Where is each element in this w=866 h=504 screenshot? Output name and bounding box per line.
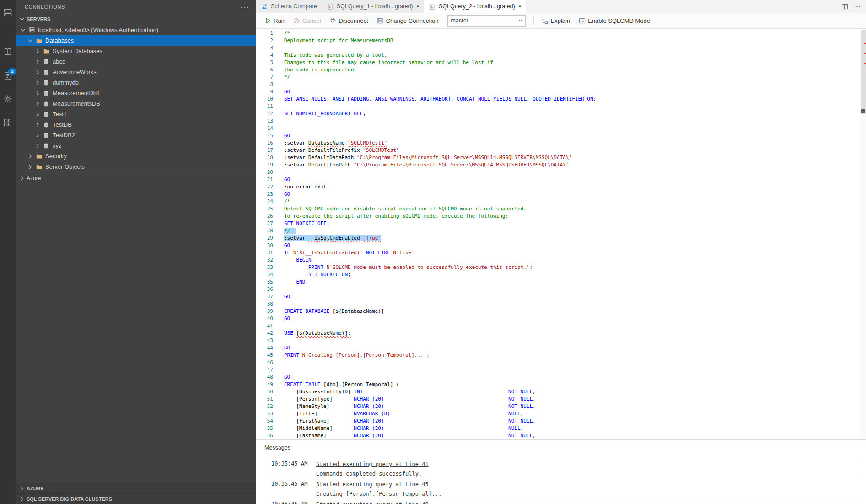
explain-button[interactable]: Explain [537,15,575,27]
editor-line[interactable]: 8 [256,81,860,88]
split-editor-icon[interactable] [841,3,848,10]
editor-line[interactable]: 11 [256,103,860,110]
editor-line[interactable]: 37GO [256,293,860,300]
editor-line[interactable]: 18:setvar DefaultDataPath "C:\Program Fi… [256,154,860,161]
sql-editor[interactable]: 1/*2Deployment script for MeasurementsDB… [256,29,866,439]
editor-line[interactable]: 43 [256,337,860,344]
editor-line[interactable]: 35 END [256,279,860,286]
tree-item-databases[interactable]: Databases [16,35,256,46]
big-data-clusters-panel-header[interactable]: SQL SERVER BIG DATA CLUSTERS [16,493,256,504]
editor-line[interactable]: 4This code was generated by a tool. [256,52,860,59]
editor-line[interactable]: 26To re-enable the script after enabling… [256,213,860,220]
extensions-icon[interactable] [2,117,13,128]
dirty-indicator[interactable]: ● [417,4,419,9]
editor-line[interactable]: 31IF N'$(__IsSqlCmdEnabled)' NOT LIKE N'… [256,249,860,257]
editor-line[interactable]: 13 [256,118,860,125]
editor-line[interactable]: 38 [256,300,860,308]
azure-section-header[interactable]: Azure [16,172,256,184]
tree-item-dummydb[interactable]: dummydb [16,77,256,88]
editor-line[interactable]: 39CREATE DATABASE [$(DatabaseName)] [256,308,860,315]
tree-item-measurementsdb[interactable]: MeasurementsDB [16,98,256,109]
enable-sqlcmd-button[interactable]: Enable SQLCMD Mode [574,15,654,27]
editor-line[interactable]: 33 PRINT N'SQLCMD mode must be enabled t… [256,264,860,271]
more-actions-icon[interactable]: ··· [240,5,250,9]
editor-line[interactable]: 44GO [256,344,860,352]
cancel-button[interactable]: Cancel [289,15,325,27]
notebooks-icon[interactable]: 2 [2,70,13,81]
editor-line[interactable]: 49CREATE TABLE [dbo].[Person_Temporal] ( [256,381,860,388]
chevron-right-icon[interactable] [34,132,41,139]
chevron-right-icon[interactable] [34,111,41,118]
tree-item-security[interactable]: Security [16,151,256,161]
disconnect-button[interactable]: Disconnect [325,15,372,27]
tab-sqlquery-2-localh-grated[interactable]: SQLQuery_2 - localh...grated)● [424,0,526,13]
chevron-right-icon[interactable] [34,69,41,76]
tree-item-adventureworks[interactable]: AdventureWorks [16,67,256,77]
message-link[interactable]: Started executing query at Line 45 [316,481,429,488]
editor-line[interactable]: 48GO [256,374,860,381]
editor-line[interactable]: 20 [256,169,860,176]
schema-compare-icon[interactable] [2,47,13,58]
editor-line[interactable]: 28*/ [256,227,860,235]
editor-line[interactable]: 23GO [256,191,860,198]
chevron-right-icon[interactable] [27,163,34,171]
editor-line[interactable]: 21GO [256,176,860,183]
message-link[interactable]: Started executing query at Line 49 [316,501,429,504]
chevron-right-icon[interactable] [34,58,41,65]
chevron-down-icon[interactable] [19,27,27,34]
editor-scrollbar[interactable] [860,29,866,439]
editor-line[interactable]: 51 [PersonType] NCHAR (20) NOT NULL, [256,396,860,403]
editor-line[interactable]: 14 [256,125,860,132]
change-connection-button[interactable]: Change Connection [372,15,443,27]
editor-line[interactable]: 47 [256,366,860,374]
servers-section-header[interactable]: SERVERS [16,14,256,25]
editor-line[interactable]: 54 [FirstName] NCHAR (20) NOT NULL, [256,418,860,425]
editor-line[interactable]: 55 [MiddleName] NCHAR (20) NULL, [256,425,860,432]
editor-line[interactable]: 40GO [256,315,860,322]
editor-line[interactable]: 19:setvar DefaultLogPath "C:\Program Fil… [256,161,860,169]
dirty-indicator[interactable]: ● [519,4,521,9]
editor-line[interactable]: 15GO [256,132,860,139]
editor-line[interactable]: 45PRINT N'Creating [Person].[Person_Temp… [256,352,860,359]
connections-icon[interactable] [2,7,13,18]
tree-item-localhost-default-windows-authentication[interactable]: localhost, <default> (Windows Authentica… [16,25,256,35]
editor-line[interactable]: 30GO [256,242,860,249]
chevron-right-icon[interactable] [34,100,41,107]
tree-item-abcd[interactable]: abcd [16,56,256,67]
chevron-right-icon[interactable] [34,142,41,150]
chevron-right-icon[interactable] [27,153,34,160]
editor-line[interactable]: 5Changes to this file may cause incorrec… [256,59,860,66]
tab-messages[interactable]: Messages [264,445,290,453]
editor-line[interactable]: 53 [Title] NVARCHAR (8) NULL, [256,410,860,418]
editor-line[interactable]: 9GO [256,88,860,96]
editor-line[interactable]: 29:setvar __IsSqlCmdEnabled "True" [256,235,860,242]
editor-line[interactable]: 34 SET NOEXEC ON; [256,271,860,279]
settings-gear-icon[interactable] [2,93,13,104]
database-dropdown[interactable]: master [447,15,526,27]
editor-line[interactable]: 7*/ [256,74,860,81]
azure-panel-header[interactable]: AZURE [16,483,256,493]
editor-line[interactable]: 56 [LastName] NCHAR (20) NOT NULL, [256,432,860,439]
editor-line[interactable]: 24/* [256,198,860,205]
tree-item-test1[interactable]: Test1 [16,109,256,119]
tab-schema-compare[interactable]: Schema Compare [256,0,322,13]
tree-item-measurementdb1[interactable]: MeasurementDb1 [16,88,256,98]
chevron-right-icon[interactable] [34,48,41,55]
editor-line[interactable]: 27SET NOEXEC OFF; [256,220,860,227]
chevron-down-icon[interactable] [27,37,34,44]
tree-item-testdb[interactable]: TestDB [16,119,256,130]
editor-line[interactable]: 3 [256,44,860,52]
tree-item-system-databases[interactable]: System Databases [16,46,256,56]
editor-line[interactable]: 12SET NUMERIC_ROUNDABORT OFF; [256,110,860,118]
run-button[interactable]: Run [260,15,289,27]
message-link[interactable]: Started executing query at Line 41 [316,461,429,467]
editor-line[interactable]: 46 [256,359,860,366]
editor-line[interactable]: 6the code is regenerated. [256,66,860,74]
more-editor-actions-icon[interactable] [854,3,861,10]
editor-line[interactable]: 42USE [$(DatabaseName)]; [256,330,860,337]
editor-line[interactable]: 52 [NameStyle] NCHAR (20) NOT NULL, [256,403,860,410]
tree-item-testdb2[interactable]: TestDB2 [16,130,256,140]
editor-line[interactable]: 41 [256,322,860,330]
editor-line[interactable]: 2Deployment script for MeasurementsDB [256,37,860,44]
chevron-right-icon[interactable] [34,79,41,86]
